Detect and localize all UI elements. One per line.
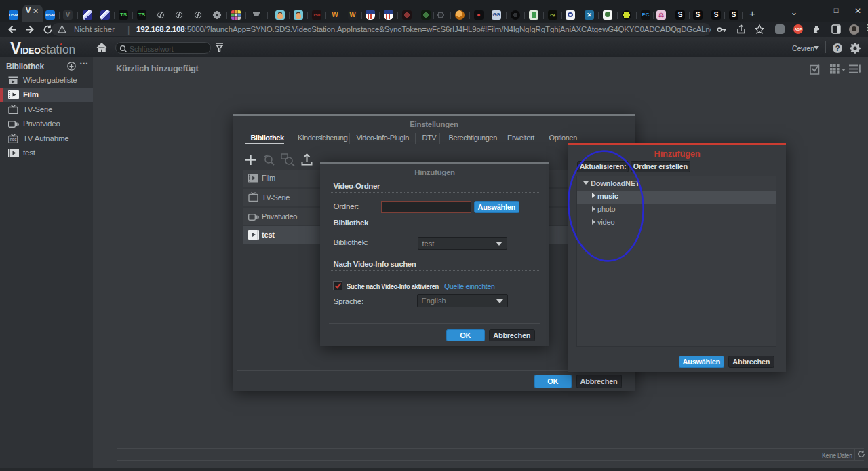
svg-text:REC: REC — [10, 138, 17, 142]
